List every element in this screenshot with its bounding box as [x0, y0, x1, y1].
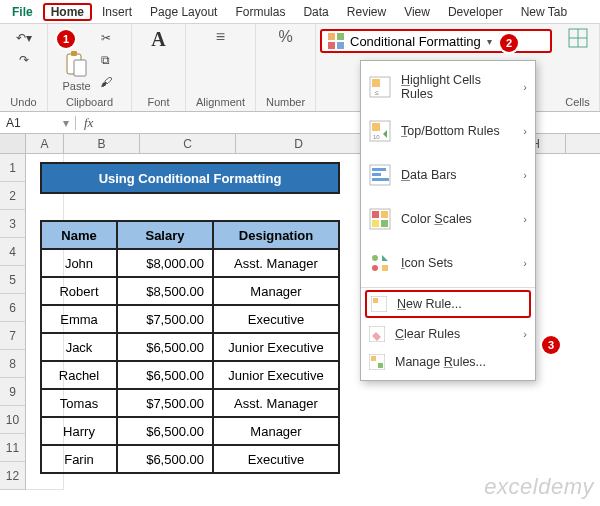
table-row[interactable]: John$8,000.00Asst. Manager — [41, 249, 339, 277]
table-row[interactable]: Rachel$6,500.00Junior Executive — [41, 361, 339, 389]
col-a[interactable]: A — [26, 134, 64, 153]
row-2[interactable]: 2 — [0, 182, 26, 210]
svg-text:10: 10 — [373, 134, 380, 140]
menu-manage-rules[interactable]: Manage Rules... — [361, 348, 535, 376]
group-font-label: Font — [147, 94, 169, 111]
name-box[interactable]: A1▾ — [0, 116, 76, 130]
col-b[interactable]: B — [64, 134, 140, 153]
tab-data[interactable]: Data — [295, 3, 336, 21]
clear-rules-icon — [369, 326, 385, 342]
svg-rect-5 — [328, 42, 335, 49]
chevron-down-icon: ▾ — [63, 116, 69, 130]
svg-text:≤: ≤ — [375, 89, 379, 96]
redo-icon[interactable]: ↷ — [13, 50, 35, 70]
cells-button[interactable] — [568, 28, 588, 48]
col-c[interactable]: C — [140, 134, 236, 153]
cut-icon[interactable]: ✂ — [95, 28, 117, 48]
format-painter-icon[interactable]: 🖌 — [95, 72, 117, 92]
row-8[interactable]: 8 — [0, 350, 26, 378]
menu-data-bars[interactable]: Data Bars › — [361, 153, 535, 197]
data-table: Using Conditional Formatting Name Salary… — [40, 162, 340, 474]
tab-formulas[interactable]: Formulas — [227, 3, 293, 21]
tab-review[interactable]: Review — [339, 3, 394, 21]
conditional-formatting-menu: ≤ Highlight Cells Rules › 10 Top/Bottom … — [360, 60, 536, 381]
svg-rect-29 — [373, 298, 378, 303]
select-all-corner[interactable] — [0, 134, 26, 153]
group-alignment-label: Alignment — [196, 94, 245, 111]
group-alignment: ≡ Alignment — [186, 24, 256, 111]
col-header-designation: Designation — [213, 221, 339, 249]
chevron-right-icon: › — [523, 213, 527, 225]
table-row[interactable]: Robert$8,500.00Manager — [41, 277, 339, 305]
menu-icon-sets[interactable]: Icon Sets › — [361, 241, 535, 285]
tab-file[interactable]: File — [4, 3, 41, 21]
row-3[interactable]: 3 — [0, 210, 26, 238]
table-row[interactable]: Tomas$7,500.00Asst. Manager — [41, 389, 339, 417]
row-5[interactable]: 5 — [0, 266, 26, 294]
row-11[interactable]: 11 — [0, 434, 26, 462]
table-title: Using Conditional Formatting — [41, 163, 339, 193]
undo-icon[interactable]: ↶▾ — [13, 28, 35, 48]
svg-rect-23 — [372, 220, 379, 227]
manage-rules-icon — [369, 354, 385, 370]
col-header-name: Name — [41, 221, 117, 249]
chevron-down-icon: ▾ — [487, 36, 492, 47]
step-badge-3: 3 — [542, 336, 560, 354]
col-d[interactable]: D — [236, 134, 362, 153]
watermark: exceldemy — [484, 474, 594, 500]
row-1[interactable]: 1 — [0, 154, 26, 182]
svg-rect-3 — [328, 33, 335, 40]
tab-new-tab[interactable]: New Tab — [513, 3, 575, 21]
table-row[interactable]: Jack$6,500.00Junior Executive — [41, 333, 339, 361]
paste-button[interactable]: Paste — [62, 50, 90, 92]
tab-insert[interactable]: Insert — [94, 3, 140, 21]
menu-clear-rules[interactable]: Clear Rules › — [361, 320, 535, 348]
menu-new-rule[interactable]: New Rule... — [365, 290, 531, 318]
row-9[interactable]: 9 — [0, 378, 26, 406]
group-font: A Font — [132, 24, 186, 111]
svg-rect-22 — [381, 211, 388, 218]
svg-rect-14 — [372, 123, 380, 131]
table-row[interactable]: Farin$6,500.00Executive — [41, 445, 339, 473]
row-7[interactable]: 7 — [0, 322, 26, 350]
chevron-right-icon: › — [523, 257, 527, 269]
row-headers: 1 2 3 4 5 6 7 8 9 10 11 12 — [0, 154, 26, 490]
group-cells-label: Cells — [565, 94, 589, 111]
fx-icon[interactable]: fx — [76, 115, 101, 131]
row-4[interactable]: 4 — [0, 238, 26, 266]
chevron-right-icon: › — [523, 81, 527, 93]
alignment-button[interactable]: ≡ — [216, 28, 225, 46]
tab-page-layout[interactable]: Page Layout — [142, 3, 225, 21]
row-6[interactable]: 6 — [0, 294, 26, 322]
svg-rect-27 — [382, 265, 388, 271]
menu-highlight-cells[interactable]: ≤ Highlight Cells Rules › — [361, 65, 535, 109]
paste-icon — [64, 50, 88, 78]
step-badge-1: 1 — [57, 30, 75, 48]
svg-rect-18 — [372, 173, 381, 176]
group-undo-label: Undo — [10, 94, 36, 111]
menu-color-scales[interactable]: Color Scales › — [361, 197, 535, 241]
tab-view[interactable]: View — [396, 3, 438, 21]
col-header-salary: Salary — [117, 221, 213, 249]
tab-home[interactable]: Home — [43, 3, 92, 21]
group-clipboard-label: Clipboard — [66, 94, 113, 111]
font-button[interactable]: A — [151, 28, 165, 51]
svg-rect-2 — [74, 60, 86, 76]
tab-developer[interactable]: Developer — [440, 3, 511, 21]
table-row[interactable]: Emma$7,500.00Executive — [41, 305, 339, 333]
chevron-right-icon: › — [523, 328, 527, 340]
conditional-formatting-label: Conditional Formatting — [350, 34, 481, 49]
row-12[interactable]: 12 — [0, 462, 26, 490]
row-10[interactable]: 10 — [0, 406, 26, 434]
chevron-right-icon: › — [523, 125, 527, 137]
conditional-formatting-icon — [328, 33, 344, 49]
table-row[interactable]: Harry$6,500.00Manager — [41, 417, 339, 445]
step-badge-2: 2 — [500, 34, 518, 52]
menu-top-bottom[interactable]: 10 Top/Bottom Rules › — [361, 109, 535, 153]
copy-icon[interactable]: ⧉ — [95, 50, 117, 70]
svg-rect-32 — [371, 356, 376, 361]
new-rule-icon — [371, 296, 387, 312]
percent-icon: % — [278, 28, 292, 46]
number-button[interactable]: % — [278, 28, 292, 46]
highlight-icon: ≤ — [369, 76, 391, 98]
